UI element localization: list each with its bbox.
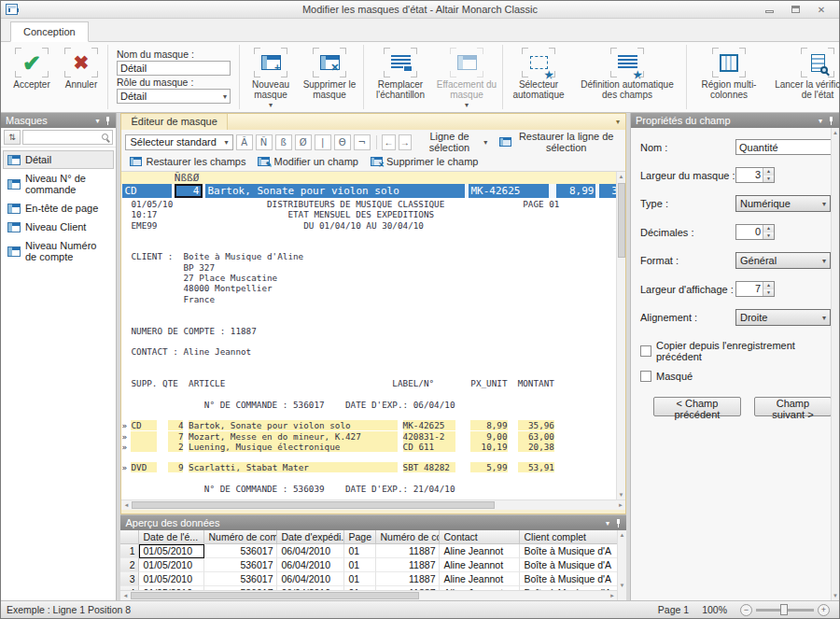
mask-list-item[interactable]: Niveau Numéro de compte <box>3 236 114 266</box>
selection-line-button[interactable]: Ligne de sélection ▾ <box>414 130 493 154</box>
search-input[interactable] <box>22 130 113 145</box>
preview-cell[interactable]: 536017 <box>204 572 277 586</box>
field-highlight[interactable]: 53,91 <box>518 462 554 472</box>
preview-cell[interactable]: 536017 <box>204 544 277 558</box>
scroll-left-icon[interactable]: ◄ <box>121 500 131 511</box>
auto-selector-button[interactable]: ★ Sélecteur automatique <box>508 47 569 100</box>
report-vertical-scrollbar[interactable]: ▲ ▼ <box>616 172 625 499</box>
scroll-down-icon[interactable]: ▼ <box>618 581 626 590</box>
preview-column-header[interactable] <box>120 530 139 544</box>
sort-button[interactable]: ⇅ <box>4 130 21 145</box>
field-highlight[interactable]: Bartok, Sonate pour violon solo <box>189 420 398 430</box>
shift-left-button[interactable]: ← <box>382 134 395 150</box>
panel-menu-icon[interactable]: ▾ <box>95 117 99 125</box>
accept-button[interactable]: ✔ Accepter <box>7 47 56 90</box>
trap-button-Ø[interactable]: Ø <box>295 134 312 150</box>
pin-icon[interactable] <box>615 519 622 528</box>
report-horizontal-scrollbar[interactable]: ◄ ► <box>121 499 625 510</box>
preview-cell[interactable]: 01 <box>344 572 376 586</box>
field-highlight[interactable]: CD <box>131 420 157 430</box>
zoom-slider-track[interactable] <box>756 609 814 612</box>
step-down-icon[interactable]: ▼ <box>763 232 774 240</box>
preview-cell[interactable]: 11887 <box>376 572 440 586</box>
preview-cell[interactable]: Aline Jeannot <box>440 558 520 572</box>
preview-cell[interactable]: 01 <box>344 544 376 558</box>
verify-report-button[interactable]: Lancer la vérification de l'état <box>770 47 840 100</box>
scroll-left-icon[interactable]: ◄ <box>120 591 130 600</box>
alignment-select[interactable]: Droite ▾ <box>735 309 831 326</box>
field-highlight[interactable]: 8,99 <box>470 420 507 430</box>
preview-cell[interactable]: Aline Jeannot <box>440 572 520 586</box>
field-highlight[interactable]: 9 <box>168 462 184 472</box>
preview-column-header[interactable]: Page <box>344 530 376 544</box>
trap-button-Ñ[interactable]: Ñ <box>256 134 273 150</box>
scroll-right-icon[interactable]: ► <box>616 500 625 511</box>
trap-button-ß[interactable]: ß <box>275 134 292 150</box>
field-highlight[interactable]: Mozart, Messe en do mineur, K.427 <box>189 431 398 442</box>
field-highlight[interactable]: 63,00 <box>518 431 554 442</box>
preview-column-header[interactable]: Numéro de co... <box>376 530 440 544</box>
field-highlight[interactable]: 9,00 <box>470 431 507 442</box>
decimals-stepper[interactable]: 0 ▲▼ <box>735 224 775 240</box>
zoom-slider[interactable]: − + <box>740 604 830 616</box>
scrollbar-thumb[interactable] <box>132 501 494 509</box>
edit-field-button[interactable]: ✎ Modifier un champ <box>253 155 363 168</box>
preview-cell[interactable]: 11887 <box>376 558 440 572</box>
pin-icon[interactable] <box>105 117 111 125</box>
field-highlight[interactable]: 420831-2 <box>403 431 455 442</box>
clear-mask-button[interactable]: Effacement du masque▾ <box>436 47 497 110</box>
mask-name-input[interactable] <box>117 61 231 76</box>
preview-cell[interactable]: Boîte à Musique d'A <box>520 558 623 572</box>
scroll-up-icon[interactable]: ▲ <box>832 128 839 137</box>
field-highlight[interactable]: Scarlatti, Stabat Mater <box>189 462 398 472</box>
step-up-icon[interactable]: ▲ <box>763 225 774 232</box>
preview-cell[interactable]: 06/04/2010 <box>277 572 344 586</box>
preview-horizontal-scrollbar[interactable]: ◄ ► <box>120 590 617 600</box>
format-select[interactable]: Général ▾ <box>735 252 831 269</box>
row-number-cell[interactable]: 3 <box>120 572 139 586</box>
trap-button-¬[interactable]: ¬ <box>354 134 371 150</box>
scroll-up-icon[interactable]: ▲ <box>618 530 626 540</box>
preview-row[interactable]: 301/05/201053601706/04/20100111887Aline … <box>120 572 626 586</box>
trap-button-Θ[interactable]: Θ <box>334 134 351 150</box>
zoom-slider-thumb[interactable] <box>780 604 788 615</box>
preview-column-header[interactable]: Numéro de com... <box>204 530 277 544</box>
scrollbar-thumb[interactable] <box>131 592 418 599</box>
scroll-down-icon[interactable]: ▼ <box>832 591 839 600</box>
mask-list-item[interactable]: Niveau Client <box>3 218 114 236</box>
focused-cell[interactable]: 01/05/2010 <box>139 544 204 558</box>
preview-cell[interactable]: Boîte à Musique d'A <box>520 572 623 586</box>
restore-selection-line-button[interactable]: Restaurer la ligne de sélection <box>495 130 622 154</box>
field-highlight[interactable]: 20,38 <box>518 442 554 452</box>
type-select[interactable]: Numérique ▾ <box>735 195 831 212</box>
step-up-icon[interactable]: ▲ <box>763 282 774 289</box>
copy-previous-checkbox[interactable] <box>640 345 651 357</box>
sample-field[interactable]: 8,99 <box>556 184 595 198</box>
field-highlight[interactable]: 2 <box>168 442 184 452</box>
preview-vertical-scrollbar[interactable]: ▲ ▼ <box>617 530 626 600</box>
scroll-down-icon[interactable]: ▼ <box>617 490 625 499</box>
auto-define-fields-button[interactable]: ★ Définition automatique des champs <box>573 47 681 100</box>
row-number-cell[interactable]: 2 <box>120 558 139 572</box>
preview-cell[interactable]: Boîte à Musique d'A <box>520 544 623 558</box>
preview-cell[interactable]: 06/04/2010 <box>277 544 344 558</box>
preview-cell[interactable]: 11887 <box>376 544 440 558</box>
selector-type-select[interactable]: Sélecteur standard ▾ <box>125 134 232 150</box>
tab-conception[interactable]: Conception <box>10 21 89 42</box>
sample-field[interactable]: CD <box>122 184 172 198</box>
step-up-icon[interactable]: ▲ <box>763 168 774 176</box>
panel-menu-icon[interactable]: ▾ <box>606 519 609 528</box>
row-number-cell[interactable]: 1 <box>120 544 139 558</box>
restore-fields-button[interactable]: Restaurer les champs <box>125 155 250 168</box>
field-highlight[interactable]: CD 611 <box>403 442 455 452</box>
step-down-icon[interactable]: ▼ <box>763 289 774 297</box>
field-highlight[interactable]: 35,96 <box>518 420 554 430</box>
mask-list-item[interactable]: Détail <box>3 150 114 169</box>
shift-right-button[interactable]: → <box>399 134 412 150</box>
field-highlight[interactable]: SBT 48282 <box>403 462 455 472</box>
panel-menu-icon[interactable]: ▾ <box>819 117 822 125</box>
field-highlight[interactable]: 4 <box>168 420 184 430</box>
current-sample-field[interactable]: 4 <box>175 184 203 198</box>
close-button[interactable]: ✕ <box>815 4 828 15</box>
trap-button-Ã[interactable]: Ã <box>236 134 253 150</box>
